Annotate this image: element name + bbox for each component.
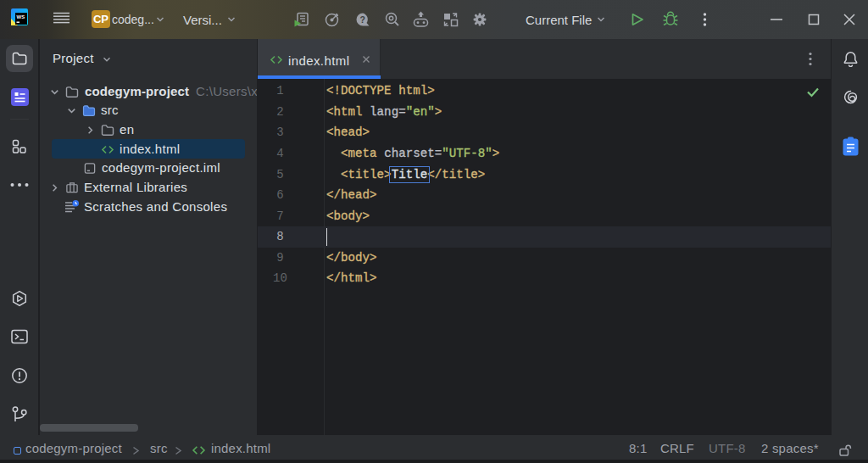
svg-text:?: ? [360, 14, 365, 25]
svg-text:WS: WS [17, 14, 25, 20]
